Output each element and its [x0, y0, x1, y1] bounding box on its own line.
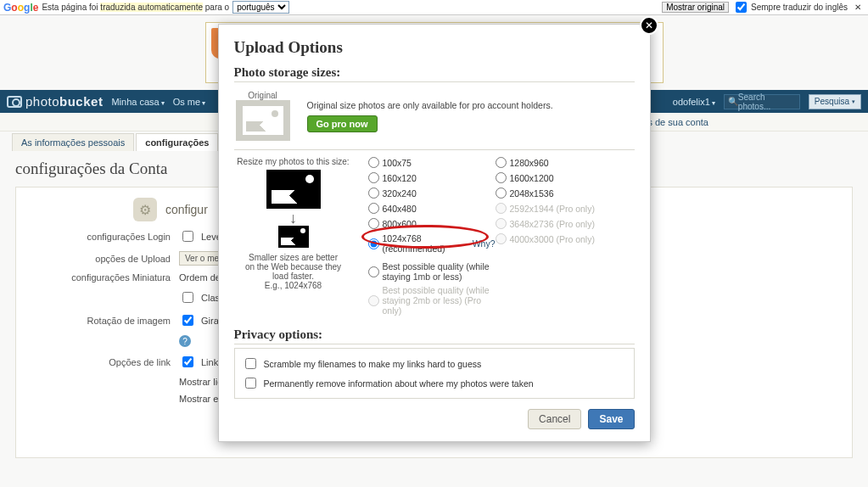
scramble-filenames[interactable]: Scramble my filenames to make my links h… — [242, 354, 627, 373]
size-1280x960[interactable]: 1280x960 — [496, 157, 623, 168]
size-2592-pro: 2592x1944 (Pro only) — [496, 203, 623, 214]
large-image-icon — [266, 170, 321, 209]
privacy-section-title: Privacy options: — [234, 327, 635, 344]
resize-label: Resize my photos to this size: — [234, 157, 353, 166]
highlight-circle — [361, 225, 489, 249]
storage-section-title: Photo storage sizes: — [234, 65, 635, 82]
size-3648-pro: 3648x2736 (Pro only) — [496, 218, 623, 229]
size-160x120[interactable]: 160x120 — [368, 172, 496, 183]
image-placeholder-icon — [236, 100, 290, 141]
save-button[interactable]: Save — [588, 409, 634, 429]
size-4000-pro: 4000x3000 (Pro only) — [496, 233, 623, 244]
size-640x480[interactable]: 640x480 — [368, 203, 496, 214]
small-image-icon — [278, 226, 309, 248]
pro-note: Original size photos are only available … — [307, 100, 553, 110]
size-1600x1200[interactable]: 1600x1200 — [496, 172, 623, 183]
arrow-down-icon: ↓ — [234, 212, 353, 224]
quality-1mb[interactable]: Best possible quality (while staying 1mb… — [368, 261, 496, 282]
size-100x75[interactable]: 100x75 — [368, 157, 496, 168]
upload-options-modal: ✕ Upload Options Photo storage sizes: Or… — [218, 24, 651, 442]
modal-title: Upload Options — [234, 38, 635, 57]
size-2048x1536[interactable]: 2048x1536 — [496, 188, 623, 199]
original-label: Original — [236, 91, 290, 100]
quality-2mb-pro: Best possible quality (while staying 2mb… — [368, 285, 496, 316]
go-pro-button[interactable]: Go pro now — [307, 115, 378, 132]
remove-location-info[interactable]: Permanently remove information about whe… — [242, 373, 627, 393]
close-button[interactable]: ✕ — [640, 16, 658, 35]
size-320x240[interactable]: 320x240 — [368, 188, 496, 199]
modal-overlay: ✕ Upload Options Photo storage sizes: Or… — [0, 0, 868, 487]
cancel-button[interactable]: Cancel — [528, 409, 581, 429]
